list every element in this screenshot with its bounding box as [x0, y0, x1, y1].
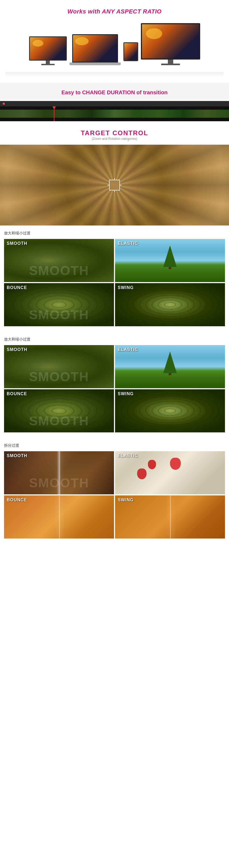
section-duration: Easy to CHANGE DURATION of transition	[0, 83, 229, 121]
reflection	[5, 72, 224, 77]
split-item-swing: SWING	[115, 495, 225, 538]
target-control-title: TARGET CONTROL	[0, 129, 229, 137]
target-image	[0, 145, 229, 225]
zoom1-label-elastic: ELASTIC	[118, 241, 138, 246]
devices-container	[5, 21, 224, 73]
zoom1-smooth-watermark: SMooth	[29, 263, 89, 278]
section-split: 拆分过渡 SMooth SMOOTH ELASTIC BOUNCE	[0, 438, 229, 538]
zoom2-item-swing: SWING	[115, 389, 225, 432]
device-tablet	[123, 42, 138, 61]
zoom1-grid: SMooth SMOOTH ELASTIC SMooth BOUNCE SWIN	[4, 239, 225, 326]
zoom1-label-smooth: SMOOTH	[7, 241, 27, 246]
tree-shape	[163, 245, 177, 267]
device-monitor-right	[141, 23, 200, 65]
timeline-strip	[0, 110, 229, 118]
zoom2-grid: SMooth SMOOTH ELASTIC SMooth BOUNCE SWIN	[4, 345, 225, 432]
timeline-indicator-head	[53, 106, 56, 110]
zoom2-label-elastic: ELASTIC	[118, 347, 138, 352]
split-label-elastic: ELASTIC	[118, 454, 138, 458]
crosshair-bottom	[114, 190, 115, 192]
monitor-screen-right	[141, 23, 200, 60]
zoom1-label-swing: SWING	[118, 285, 134, 290]
duration-suffix: of transition	[135, 89, 168, 95]
crosshair-right	[120, 185, 122, 185]
zoom1-item-swing: SWING	[115, 283, 225, 326]
zoom2-item-elastic: ELASTIC	[115, 345, 225, 388]
split-item-elastic: ELASTIC	[115, 451, 225, 494]
duration-title: Easy to CHANGE DURATION of transition	[0, 89, 229, 96]
split-smooth-watermark: SMooth	[29, 475, 89, 490]
zoom1-item-elastic: ELASTIC	[115, 239, 225, 282]
section-target: TARGET CONTROL (Zoom and Rotation catego…	[0, 121, 229, 225]
split-item-smooth: SMooth SMOOTH	[4, 451, 114, 494]
monitor-stand-left	[46, 61, 50, 64]
split-grid: SMooth SMOOTH ELASTIC BOUNCE SWING	[4, 451, 225, 538]
strawberry1	[148, 460, 156, 469]
zoom1-label-bounce: BOUNCE	[7, 285, 27, 290]
split-label: 拆分过渡	[4, 443, 225, 448]
aspect-ratio-title: Works with ANY ASPECT RATIO	[5, 8, 224, 15]
tablet-screen	[123, 42, 138, 61]
section-aspect-ratio: Works with ANY ASPECT RATIO	[0, 0, 229, 83]
laptop-screen	[72, 34, 118, 62]
zoom1-label: 放大和缩小过渡	[4, 231, 225, 236]
duration-highlight: CHANGE DURATION	[82, 89, 135, 95]
target-control-subtitle: (Zoom and Rotation categories)	[0, 137, 229, 141]
zoom2-item-bounce: SMooth BOUNCE	[4, 389, 114, 432]
zoom2-label: 放大和缩小过渡	[4, 337, 225, 342]
strawberry3	[137, 468, 146, 479]
monitor-base-right	[161, 64, 180, 65]
laptop-base	[69, 62, 121, 65]
duration-prefix: Easy to	[61, 89, 82, 95]
tree-shape2	[163, 351, 177, 373]
monitor-base-left	[41, 64, 55, 65]
target-crosshair	[109, 180, 120, 190]
split-item-bounce: BOUNCE	[4, 495, 114, 538]
monitor-stand-right	[168, 60, 173, 64]
timeline-track	[0, 106, 229, 121]
split-label-bounce: BOUNCE	[7, 498, 27, 502]
zoom1-item-smooth: SMooth SMOOTH	[4, 239, 114, 282]
zoom2-label-smooth: SMOOTH	[7, 347, 27, 352]
split-label-smooth: SMOOTH	[7, 454, 27, 458]
device-laptop	[69, 34, 121, 65]
zoom1-item-bounce: SMooth BOUNCE	[4, 283, 114, 326]
zoom2-label-bounce: BOUNCE	[7, 392, 27, 396]
zoom1-bounce-watermark: SMooth	[29, 307, 89, 322]
zoom2-smooth-watermark: SMooth	[29, 369, 89, 384]
zoom2-label-swing: SWING	[118, 392, 134, 396]
strawberry2	[170, 458, 181, 470]
aspect-ratio-prefix: Works with	[67, 8, 102, 15]
aspect-ratio-highlight: ANY ASPECT RATIO	[102, 8, 162, 15]
timeline-top	[0, 101, 229, 106]
split-label-swing: SWING	[118, 498, 134, 502]
device-monitor-left	[29, 36, 67, 65]
timeline-dot	[3, 103, 5, 105]
section-zoom1: 放大和缩小过渡 SMooth SMOOTH ELASTIC SMooth BOU	[0, 225, 229, 326]
monitor-screen-left	[29, 36, 67, 61]
zoom2-item-smooth: SMooth SMOOTH	[4, 345, 114, 388]
timeline-container	[0, 101, 229, 121]
section-zoom2: 放大和缩小过渡 SMooth SMOOTH ELASTIC SMooth BOU	[0, 332, 229, 432]
zoom2-bounce-watermark: SMooth	[29, 413, 89, 428]
